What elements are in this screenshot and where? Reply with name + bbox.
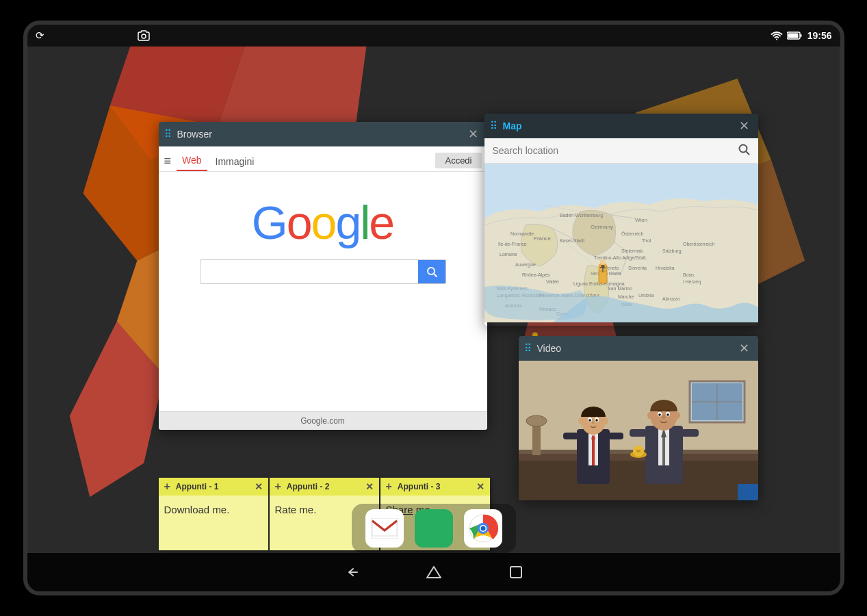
login-button[interactable]: Accedi <box>435 153 481 168</box>
sticky-1-title: Appunti - 1 <box>176 482 252 491</box>
svg-text:Vallée: Vallée <box>546 279 559 284</box>
svg-point-122 <box>480 526 485 531</box>
svg-rect-16 <box>800 34 801 37</box>
browser-footer: Google.com <box>159 411 487 430</box>
svg-text:Oberösterreich: Oberösterreich <box>683 242 714 246</box>
map-window-icon: ⠿ <box>490 120 497 132</box>
google-search-button[interactable] <box>418 259 445 284</box>
map-search-icon <box>738 143 750 155</box>
map-overlay-svg: France Germany Wien Normandie Ile-de-Fra… <box>484 164 758 322</box>
sticky-2-add-button[interactable]: + <box>275 480 281 493</box>
map-search-button[interactable] <box>729 143 758 159</box>
google-search-input[interactable] <box>200 266 418 278</box>
svg-rect-74 <box>519 457 758 500</box>
svg-rect-124 <box>510 567 521 578</box>
svg-rect-95 <box>563 433 578 439</box>
tab-images[interactable]: Immagini <box>210 152 260 171</box>
sticky-3-title: Appunti - 3 <box>398 482 474 491</box>
browser-menu-icon[interactable]: ≡ <box>164 154 172 171</box>
sticky-1-body: Download me. <box>159 496 268 550</box>
video-titlebar[interactable]: ⠿ Video ✕ <box>519 336 758 361</box>
home-button[interactable] <box>420 559 448 586</box>
svg-text:Abruzzo: Abruzzo <box>662 296 680 301</box>
map-search-bar[interactable] <box>484 138 758 164</box>
map-search-input[interactable] <box>484 138 729 163</box>
svg-text:Salzburg: Salzburg <box>662 248 682 254</box>
svg-point-69 <box>600 259 606 265</box>
svg-text:Normandie: Normandie <box>510 231 534 236</box>
svg-text:Hrvatska: Hrvatska <box>656 266 675 270</box>
svg-text:Slovenia: Slovenia <box>628 266 647 270</box>
svg-point-94 <box>603 418 608 424</box>
gmail-dock-icon[interactable] <box>365 509 404 548</box>
svg-line-19 <box>434 274 437 277</box>
svg-rect-113 <box>636 450 640 452</box>
svg-rect-76 <box>532 422 541 455</box>
svg-point-92 <box>592 421 595 424</box>
browser-titlebar[interactable]: ⠿ Browser ✕ <box>159 122 487 146</box>
browser-window-icon: ⠿ <box>164 128 172 140</box>
svg-rect-96 <box>608 433 623 439</box>
back-button[interactable] <box>338 559 365 586</box>
svg-text:Österreich: Österreich <box>621 231 643 236</box>
sticky-3-header: + Appunti - 3 ✕ <box>380 478 490 496</box>
map-close-button[interactable]: ✕ <box>736 118 753 134</box>
sticky-2-close-button[interactable]: ✕ <box>365 481 374 492</box>
dock <box>352 504 516 553</box>
svg-rect-85 <box>592 439 595 465</box>
nav-bar <box>27 553 840 591</box>
chrome-icon <box>468 513 498 543</box>
recents-button[interactable] <box>502 559 530 586</box>
sticky-3-add-button[interactable]: + <box>386 480 392 493</box>
sticky-2-header: + Appunti - 2 ✕ <box>270 478 379 496</box>
map-area: France Germany Wien Normandie Ile-de-Fra… <box>484 164 758 322</box>
svg-text:i Herzeq: i Herzeq <box>683 279 701 285</box>
camera-status-icon <box>137 29 151 45</box>
svg-rect-110 <box>682 429 699 437</box>
chrome-dock-icon[interactable] <box>464 509 502 548</box>
svg-text:Auvergne: Auvergne <box>515 262 536 268</box>
svg-text:Ile-de-France: Ile-de-France <box>498 242 527 246</box>
sticky-1-close-button[interactable]: ✕ <box>255 481 263 492</box>
home-icon <box>426 564 442 580</box>
battery-icon <box>787 31 802 40</box>
svg-point-90 <box>588 419 591 422</box>
browser-close-button[interactable]: ✕ <box>465 126 482 142</box>
svg-rect-114 <box>738 484 758 500</box>
tablet-frame: ⟳ 19:56 ⠿ Browser ✕ <box>23 21 844 595</box>
video-close-button[interactable]: ✕ <box>736 340 753 357</box>
svg-rect-100 <box>662 437 665 465</box>
blocks-dock-icon[interactable] <box>415 509 453 548</box>
svg-rect-17 <box>788 34 798 38</box>
svg-point-108 <box>675 412 680 419</box>
sticky-2-title: Appunti - 2 <box>287 482 363 491</box>
google-search-bar[interactable] <box>200 259 446 284</box>
browser-title: Browser <box>177 129 460 140</box>
svg-point-93 <box>578 418 584 424</box>
status-time: 19:56 <box>807 30 832 41</box>
svg-text:Umbria: Umbria <box>638 293 654 298</box>
svg-text:France: France <box>534 235 551 242</box>
video-content <box>519 361 758 500</box>
svg-marker-123 <box>427 567 441 578</box>
browser-content: ≡ Web Immagini Accedi Google <box>159 146 487 430</box>
svg-point-105 <box>667 413 669 416</box>
svg-line-21 <box>746 151 749 154</box>
browser-main: Google <box>159 172 487 411</box>
svg-text:Rhône-Alpes: Rhône-Alpes <box>522 272 550 278</box>
map-titlebar[interactable]: ⠿ Map ✕ <box>484 114 758 138</box>
sticky-2-content: Rate me. <box>275 504 317 515</box>
svg-text:Germany: Germany <box>591 224 613 230</box>
svg-text:San Marino: San Marino <box>608 286 632 291</box>
sticky-1-content: Download me. <box>164 504 230 515</box>
sticky-3-close-button[interactable]: ✕ <box>476 481 484 492</box>
browser-url: Google.com <box>300 416 345 426</box>
map-title: Map <box>503 120 731 131</box>
sticky-1-add-button[interactable]: + <box>164 480 170 493</box>
status-left: ⟳ <box>36 29 44 42</box>
recents-icon <box>508 565 523 580</box>
map-window: ⠿ Map ✕ <box>484 114 758 326</box>
svg-point-104 <box>658 413 661 416</box>
svg-text:Steiermak: Steiermak <box>621 248 643 253</box>
tab-web[interactable]: Web <box>177 151 207 171</box>
